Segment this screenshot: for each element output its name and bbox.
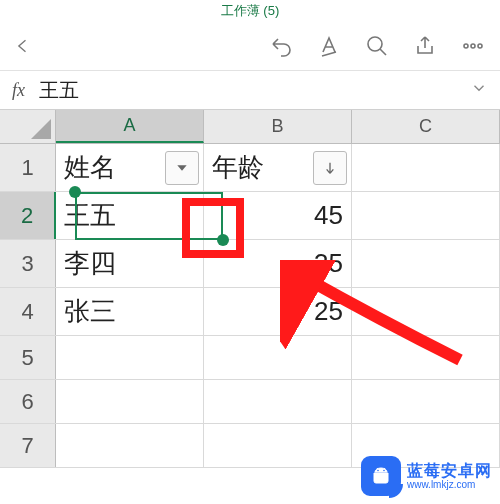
cell-b1[interactable]: 年龄: [204, 144, 352, 191]
svg-point-1: [464, 44, 468, 48]
undo-button[interactable]: [268, 33, 294, 59]
cell-c5[interactable]: [352, 336, 500, 379]
row-header-3[interactable]: 3: [0, 240, 56, 287]
cell-a4-value: 张三: [64, 294, 116, 329]
filter-button-a[interactable]: [165, 151, 199, 185]
format-button[interactable]: [316, 33, 342, 59]
cell-b4-value: 25: [314, 296, 343, 327]
cell-b4[interactable]: 25: [204, 288, 352, 335]
svg-point-2: [471, 44, 475, 48]
cell-b7[interactable]: [204, 424, 352, 467]
filter-button-b[interactable]: [313, 151, 347, 185]
fx-value: 王五: [39, 77, 470, 104]
row-6: 6: [0, 380, 500, 424]
search-button[interactable]: [364, 33, 390, 59]
cell-c3[interactable]: [352, 240, 500, 287]
cell-b5[interactable]: [204, 336, 352, 379]
cell-c1[interactable]: [352, 144, 500, 191]
row-2: 2 王五 45: [0, 192, 500, 240]
column-header-b[interactable]: B: [204, 110, 352, 143]
cell-a3-value: 李四: [64, 246, 116, 281]
row-4: 4 张三 25: [0, 288, 500, 336]
row-header-4[interactable]: 4: [0, 288, 56, 335]
cell-a4[interactable]: 张三: [56, 288, 204, 335]
watermark-logo: [361, 456, 401, 496]
cell-b3[interactable]: 35: [204, 240, 352, 287]
svg-point-4: [377, 470, 379, 472]
row-5: 5: [0, 336, 500, 380]
row-3: 3 李四 35: [0, 240, 500, 288]
svg-point-5: [383, 470, 385, 472]
cell-b3-value: 35: [314, 248, 343, 279]
fx-expand-icon[interactable]: [470, 79, 488, 101]
cell-b2[interactable]: 45: [204, 192, 352, 239]
cell-b2-value: 45: [314, 200, 343, 231]
column-headers: A B C: [0, 110, 500, 144]
back-button[interactable]: [10, 33, 36, 59]
row-header-7[interactable]: 7: [0, 424, 56, 467]
cell-c6[interactable]: [352, 380, 500, 423]
fx-label: fx: [12, 80, 25, 101]
svg-point-3: [478, 44, 482, 48]
workbook-title: 工作薄 (5): [221, 2, 280, 20]
toolbar: [0, 22, 500, 70]
row-header-5[interactable]: 5: [0, 336, 56, 379]
watermark: 蓝莓安卓网 www.lmkjz.com: [361, 456, 492, 496]
select-all-corner[interactable]: [0, 110, 56, 143]
cell-a1[interactable]: 姓名: [56, 144, 204, 191]
row-1: 1 姓名 年龄: [0, 144, 500, 192]
cell-b6[interactable]: [204, 380, 352, 423]
row-header-1[interactable]: 1: [0, 144, 56, 191]
watermark-url: www.lmkjz.com: [407, 479, 492, 490]
cell-a7[interactable]: [56, 424, 204, 467]
cell-c4[interactable]: [352, 288, 500, 335]
cell-a2-value: 王五: [64, 198, 116, 233]
title-bar: 工作薄 (5): [0, 0, 500, 22]
watermark-text: 蓝莓安卓网 www.lmkjz.com: [407, 462, 492, 491]
watermark-title: 蓝莓安卓网: [407, 462, 492, 480]
share-button[interactable]: [412, 33, 438, 59]
column-header-c[interactable]: C: [352, 110, 500, 143]
cell-a2[interactable]: 王五: [56, 192, 204, 239]
svg-point-0: [368, 37, 382, 51]
cell-a5[interactable]: [56, 336, 204, 379]
formula-bar[interactable]: fx 王五: [0, 70, 500, 110]
row-header-6[interactable]: 6: [0, 380, 56, 423]
column-header-a[interactable]: A: [56, 110, 204, 143]
spreadsheet-grid: A B C 1 姓名 年龄 2 王五 45 3 李四 35 4 张三: [0, 110, 500, 468]
row-header-2[interactable]: 2: [0, 192, 56, 239]
cell-a1-value: 姓名: [64, 150, 116, 185]
more-button[interactable]: [460, 33, 486, 59]
cell-c2[interactable]: [352, 192, 500, 239]
cell-b1-value: 年龄: [212, 150, 264, 185]
cell-a3[interactable]: 李四: [56, 240, 204, 287]
cell-a6[interactable]: [56, 380, 204, 423]
